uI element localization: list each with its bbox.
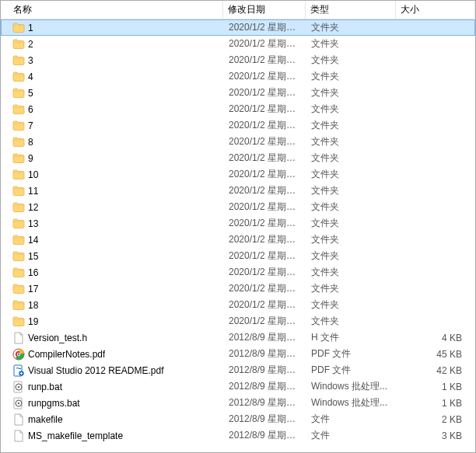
column-header-size[interactable]: 大小 — [396, 1, 475, 19]
table-row[interactable]: 112020/1/2 星期四 ...文件夹 — [1, 183, 475, 199]
table-row[interactable]: 172020/1/2 星期四 ...文件夹 — [1, 281, 475, 297]
cell-date: 2020/1/2 星期四 ... — [224, 200, 306, 214]
cell-date: 2012/8/9 星期四 ... — [224, 380, 306, 393]
cell-size: 4 KB — [397, 333, 474, 343]
cell-type: 文件夹 — [306, 103, 397, 116]
cell-type: 文件夹 — [306, 70, 397, 83]
bat-icon — [12, 397, 25, 409]
cell-date: 2020/1/2 星期四 ... — [224, 86, 306, 99]
column-header-row: 名称 修改日期 类型 大小 — [1, 1, 475, 19]
cell-date: 2012/8/9 星期四 ... — [224, 413, 306, 426]
cell-name: 16 — [2, 267, 224, 279]
cell-date: 2020/1/2 星期四 ... — [224, 70, 306, 83]
table-row[interactable]: 132020/1/2 星期四 ...文件夹 — [1, 215, 475, 232]
file-name: 15 — [28, 251, 38, 262]
file-name: 12 — [28, 202, 38, 213]
cell-date: 2020/1/2 星期四 ... — [224, 135, 306, 148]
cell-date: 2020/1/2 星期四 ... — [224, 315, 306, 328]
file-name: 2 — [28, 39, 33, 50]
file-name: 3 — [28, 55, 33, 66]
cell-type: 文件夹 — [306, 233, 397, 246]
cell-name: 11 — [2, 185, 224, 197]
cell-name: runpgms.bat — [2, 397, 224, 409]
file-name: 17 — [28, 284, 38, 294]
column-header-name[interactable]: 名称 — [1, 1, 223, 19]
table-row[interactable]: 192020/1/2 星期四 ...文件夹 — [1, 313, 475, 329]
cell-size: 42 KB — [397, 365, 474, 376]
column-header-type[interactable]: 类型 — [306, 1, 396, 19]
table-row[interactable]: 62020/1/2 星期四 ...文件夹 — [1, 101, 475, 117]
cell-type: 文件夹 — [306, 119, 397, 132]
file-name: 13 — [28, 218, 38, 229]
bat-icon — [12, 381, 25, 393]
cell-type: Windows 批处理... — [306, 380, 397, 393]
cell-name: 2 — [2, 38, 224, 51]
cell-date: 2020/1/2 星期四 ... — [224, 298, 306, 312]
file-name: 19 — [28, 316, 38, 327]
cell-name: makefile — [2, 413, 224, 426]
cell-name: 18 — [2, 299, 224, 312]
table-row[interactable]: 122020/1/2 星期四 ...文件夹 — [1, 199, 475, 215]
cell-name: 8 — [2, 136, 224, 148]
table-row[interactable]: runp.bat2012/8/9 星期四 ...Windows 批处理...1 … — [1, 378, 475, 395]
table-row[interactable]: Visual Studio 2012 README.pdf2012/8/9 星期… — [1, 362, 475, 378]
folder-icon — [12, 136, 25, 148]
cell-size: 45 KB — [397, 349, 474, 360]
cell-date: 2020/1/2 星期四 ... — [224, 249, 306, 263]
cell-name: 4 — [2, 71, 224, 83]
table-row[interactable]: 22020/1/2 星期四 ...文件夹 — [1, 36, 475, 52]
cell-date: 2012/8/9 星期四 ... — [224, 364, 306, 377]
pdf-icon — [12, 348, 25, 361]
cell-name: MS_makefile_template — [2, 430, 224, 442]
column-header-date[interactable]: 修改日期 — [223, 1, 306, 19]
cell-date: 2012/8/9 星期四 ... — [224, 331, 306, 344]
table-row[interactable]: MS_makefile_template2012/8/9 星期四 ...文件3 … — [1, 427, 475, 444]
table-row[interactable]: CompilerNotes.pdf2012/8/9 星期四 ...PDF 文件4… — [1, 346, 475, 362]
folder-icon — [12, 22, 25, 34]
cell-name: CompilerNotes.pdf — [2, 348, 224, 361]
table-row[interactable]: makefile2012/8/9 星期四 ...文件2 KB — [1, 411, 475, 427]
table-row[interactable]: 152020/1/2 星期四 ...文件夹 — [1, 248, 475, 264]
cell-size: 2 KB — [397, 414, 474, 425]
folder-icon — [12, 54, 25, 67]
cell-type: Windows 批处理... — [306, 396, 397, 409]
cell-size: 3 KB — [397, 430, 474, 441]
cell-size: 1 KB — [397, 382, 474, 392]
cell-name: 6 — [2, 103, 224, 116]
table-row[interactable]: 162020/1/2 星期四 ...文件夹 — [1, 264, 475, 281]
file-icon — [12, 413, 25, 426]
table-row[interactable]: 82020/1/2 星期四 ...文件夹 — [1, 134, 475, 150]
table-row[interactable]: 52020/1/2 星期四 ...文件夹 — [1, 85, 475, 101]
pdf-e-icon — [12, 364, 25, 377]
file-name: 11 — [28, 186, 38, 197]
folder-icon — [12, 234, 25, 246]
file-name: 18 — [28, 300, 38, 311]
table-row[interactable]: 182020/1/2 星期四 ...文件夹 — [1, 297, 475, 313]
table-row[interactable]: 32020/1/2 星期四 ...文件夹 — [1, 52, 475, 68]
cell-name: 5 — [2, 87, 224, 99]
table-row[interactable]: 42020/1/2 星期四 ...文件夹 — [1, 68, 475, 85]
table-row[interactable]: Version_test.h2012/8/9 星期四 ...H 文件4 KB — [1, 329, 475, 346]
cell-type: 文件夹 — [306, 266, 397, 279]
cell-date: 2012/8/9 星期四 ... — [224, 396, 306, 409]
table-row[interactable]: 92020/1/2 星期四 ...文件夹 — [1, 150, 475, 166]
cell-name: 19 — [2, 315, 224, 328]
cell-date: 2020/1/2 星期四 ... — [224, 54, 306, 67]
folder-icon — [12, 103, 25, 116]
folder-icon — [12, 169, 25, 181]
folder-icon — [12, 120, 25, 132]
table-row[interactable]: runpgms.bat2012/8/9 星期四 ...Windows 批处理..… — [1, 395, 475, 411]
cell-name: Visual Studio 2012 README.pdf — [2, 364, 224, 377]
file-name: runp.bat — [28, 382, 62, 392]
table-row[interactable]: 72020/1/2 星期四 ...文件夹 — [1, 117, 475, 134]
cell-name: 9 — [2, 152, 224, 165]
table-row[interactable]: 12020/1/2 星期四 ...文件夹 — [1, 19, 475, 36]
folder-icon — [12, 315, 25, 328]
table-row[interactable]: 142020/1/2 星期四 ...文件夹 — [1, 232, 475, 248]
table-row[interactable]: 102020/1/2 星期四 ...文件夹 — [1, 166, 475, 183]
file-name: 16 — [28, 267, 38, 278]
cell-type: 文件夹 — [306, 184, 397, 197]
folder-icon — [12, 71, 25, 83]
cell-type: 文件夹 — [306, 217, 397, 230]
cell-name: 13 — [2, 218, 224, 230]
